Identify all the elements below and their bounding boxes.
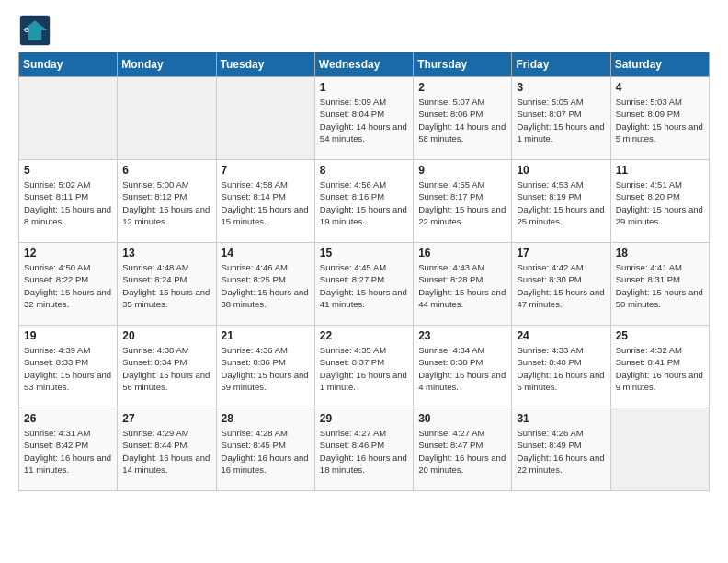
logo-icon: G (18, 14, 51, 47)
day-info: Sunrise: 4:27 AMSunset: 8:47 PMDaylight:… (418, 427, 506, 476)
logo: G (18, 14, 55, 47)
calendar-cell: 6Sunrise: 5:00 AMSunset: 8:12 PMDaylight… (118, 160, 216, 243)
day-number: 17 (517, 247, 605, 259)
day-number: 26 (24, 412, 112, 425)
calendar-cell: 26Sunrise: 4:31 AMSunset: 8:42 PMDayligh… (19, 408, 118, 491)
weekday-header-row: SundayMondayTuesdayWednesdayThursdayFrid… (19, 52, 710, 77)
day-number: 28 (222, 412, 310, 425)
weekday-header-sunday: Sunday (19, 52, 118, 77)
day-info: Sunrise: 4:31 AMSunset: 8:42 PMDaylight:… (24, 427, 112, 476)
calendar-cell: 4Sunrise: 5:03 AMSunset: 8:09 PMDaylight… (610, 77, 709, 160)
page-container: G SundayMondayTuesdayWednesdayThursdayFr… (0, 0, 728, 505)
week-row-2: 5Sunrise: 5:02 AMSunset: 8:11 PMDaylight… (19, 160, 710, 243)
weekday-header-thursday: Thursday (414, 52, 512, 77)
day-number: 7 (222, 164, 310, 177)
day-number: 18 (616, 247, 704, 259)
day-number: 20 (122, 329, 210, 342)
calendar-cell: 15Sunrise: 4:45 AMSunset: 8:27 PMDayligh… (314, 243, 413, 326)
day-number: 13 (122, 247, 210, 259)
day-info: Sunrise: 5:07 AMSunset: 8:06 PMDaylight:… (418, 96, 506, 144)
day-info: Sunrise: 4:35 AMSunset: 8:37 PMDaylight:… (320, 344, 408, 393)
day-info: Sunrise: 4:41 AMSunset: 8:31 PMDaylight:… (616, 261, 704, 310)
day-info: Sunrise: 4:29 AMSunset: 8:44 PMDaylight:… (122, 427, 210, 476)
calendar-cell: 3Sunrise: 5:05 AMSunset: 8:07 PMDaylight… (512, 77, 610, 160)
calendar-cell: 25Sunrise: 4:32 AMSunset: 8:41 PMDayligh… (610, 326, 709, 408)
day-info: Sunrise: 4:55 AMSunset: 8:17 PMDaylight:… (418, 178, 506, 227)
day-number: 3 (517, 81, 605, 94)
weekday-header-monday: Monday (118, 52, 216, 77)
day-number: 24 (517, 329, 605, 342)
day-number: 11 (616, 164, 704, 177)
day-info: Sunrise: 5:02 AMSunset: 8:11 PMDaylight:… (24, 178, 112, 227)
calendar-cell: 24Sunrise: 4:33 AMSunset: 8:40 PMDayligh… (512, 326, 610, 408)
calendar-cell (216, 77, 314, 160)
calendar-cell: 16Sunrise: 4:43 AMSunset: 8:28 PMDayligh… (414, 243, 512, 326)
day-info: Sunrise: 4:36 AMSunset: 8:36 PMDaylight:… (222, 344, 310, 393)
day-info: Sunrise: 4:58 AMSunset: 8:14 PMDaylight:… (222, 178, 310, 227)
day-number: 22 (320, 329, 408, 342)
calendar-cell: 19Sunrise: 4:39 AMSunset: 8:33 PMDayligh… (19, 326, 118, 408)
day-info: Sunrise: 4:28 AMSunset: 8:45 PMDaylight:… (222, 427, 310, 476)
calendar-cell: 23Sunrise: 4:34 AMSunset: 8:38 PMDayligh… (414, 326, 512, 408)
calendar-cell: 20Sunrise: 4:38 AMSunset: 8:34 PMDayligh… (118, 326, 216, 408)
header: G (18, 14, 710, 47)
day-number: 15 (320, 247, 408, 259)
calendar-cell: 8Sunrise: 4:56 AMSunset: 8:16 PMDaylight… (314, 160, 413, 243)
day-info: Sunrise: 4:26 AMSunset: 8:49 PMDaylight:… (517, 427, 605, 476)
day-number: 23 (418, 329, 506, 342)
day-number: 1 (320, 81, 408, 94)
day-number: 2 (418, 81, 506, 94)
day-info: Sunrise: 4:39 AMSunset: 8:33 PMDaylight:… (24, 344, 112, 393)
week-row-3: 12Sunrise: 4:50 AMSunset: 8:22 PMDayligh… (19, 243, 710, 326)
day-info: Sunrise: 4:45 AMSunset: 8:27 PMDaylight:… (320, 261, 408, 310)
calendar-cell (19, 77, 118, 160)
calendar-cell (118, 77, 216, 160)
calendar-cell: 1Sunrise: 5:09 AMSunset: 8:04 PMDaylight… (314, 77, 413, 160)
day-info: Sunrise: 4:51 AMSunset: 8:20 PMDaylight:… (616, 178, 704, 227)
day-info: Sunrise: 4:48 AMSunset: 8:24 PMDaylight:… (122, 261, 210, 310)
day-info: Sunrise: 4:38 AMSunset: 8:34 PMDaylight:… (122, 344, 210, 393)
calendar-cell: 5Sunrise: 5:02 AMSunset: 8:11 PMDaylight… (19, 160, 118, 243)
weekday-header-saturday: Saturday (610, 52, 709, 77)
week-row-5: 26Sunrise: 4:31 AMSunset: 8:42 PMDayligh… (19, 408, 710, 491)
calendar-cell: 11Sunrise: 4:51 AMSunset: 8:20 PMDayligh… (610, 160, 709, 243)
day-info: Sunrise: 5:00 AMSunset: 8:12 PMDaylight:… (122, 178, 210, 227)
calendar-cell: 17Sunrise: 4:42 AMSunset: 8:30 PMDayligh… (512, 243, 610, 326)
day-number: 9 (418, 164, 506, 177)
day-number: 25 (616, 329, 704, 342)
week-row-1: 1Sunrise: 5:09 AMSunset: 8:04 PMDaylight… (19, 77, 710, 160)
calendar-cell: 10Sunrise: 4:53 AMSunset: 8:19 PMDayligh… (512, 160, 610, 243)
calendar-cell: 31Sunrise: 4:26 AMSunset: 8:49 PMDayligh… (512, 408, 610, 491)
calendar-cell: 29Sunrise: 4:27 AMSunset: 8:46 PMDayligh… (314, 408, 413, 491)
day-info: Sunrise: 5:05 AMSunset: 8:07 PMDaylight:… (517, 96, 605, 144)
calendar-cell: 2Sunrise: 5:07 AMSunset: 8:06 PMDaylight… (414, 77, 512, 160)
day-number: 30 (418, 412, 506, 425)
day-number: 8 (320, 164, 408, 177)
day-number: 14 (222, 247, 310, 259)
day-info: Sunrise: 4:50 AMSunset: 8:22 PMDaylight:… (24, 261, 112, 310)
week-row-4: 19Sunrise: 4:39 AMSunset: 8:33 PMDayligh… (19, 326, 710, 408)
calendar-cell: 22Sunrise: 4:35 AMSunset: 8:37 PMDayligh… (314, 326, 413, 408)
svg-text:G: G (24, 26, 29, 34)
day-info: Sunrise: 5:03 AMSunset: 8:09 PMDaylight:… (616, 96, 704, 144)
calendar-cell: 9Sunrise: 4:55 AMSunset: 8:17 PMDaylight… (414, 160, 512, 243)
day-info: Sunrise: 4:53 AMSunset: 8:19 PMDaylight:… (517, 178, 605, 227)
calendar-cell: 14Sunrise: 4:46 AMSunset: 8:25 PMDayligh… (216, 243, 314, 326)
day-number: 29 (320, 412, 408, 425)
calendar-cell: 18Sunrise: 4:41 AMSunset: 8:31 PMDayligh… (610, 243, 709, 326)
calendar-table: SundayMondayTuesdayWednesdayThursdayFrid… (18, 52, 710, 491)
day-number: 19 (24, 329, 112, 342)
day-info: Sunrise: 4:56 AMSunset: 8:16 PMDaylight:… (320, 178, 408, 227)
day-info: Sunrise: 4:43 AMSunset: 8:28 PMDaylight:… (418, 261, 506, 310)
weekday-header-friday: Friday (512, 52, 610, 77)
day-info: Sunrise: 4:34 AMSunset: 8:38 PMDaylight:… (418, 344, 506, 393)
calendar-cell: 12Sunrise: 4:50 AMSunset: 8:22 PMDayligh… (19, 243, 118, 326)
day-number: 16 (418, 247, 506, 259)
weekday-header-tuesday: Tuesday (216, 52, 314, 77)
day-number: 27 (122, 412, 210, 425)
day-number: 12 (24, 247, 112, 259)
calendar-cell: 28Sunrise: 4:28 AMSunset: 8:45 PMDayligh… (216, 408, 314, 491)
calendar-cell: 7Sunrise: 4:58 AMSunset: 8:14 PMDaylight… (216, 160, 314, 243)
day-info: Sunrise: 4:32 AMSunset: 8:41 PMDaylight:… (616, 344, 704, 393)
day-number: 4 (616, 81, 704, 94)
